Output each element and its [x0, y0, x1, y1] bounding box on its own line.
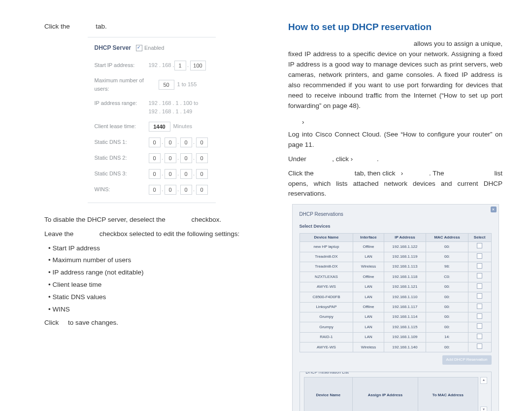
table-cell: C8500-F4D0FB — [299, 292, 353, 302]
table-cell: 192.168.1.109 — [384, 332, 426, 342]
table-cell: Offline — [353, 302, 384, 312]
dns2-oct1[interactable]: 0 — [149, 153, 161, 163]
table-cell: 00: — [426, 302, 468, 312]
dialog-title: DHCP Reservations — [299, 210, 492, 218]
table-cell: 192.168.1.115 — [384, 322, 426, 332]
table-cell: 00: — [426, 342, 468, 352]
col-select: Select — [468, 233, 491, 241]
dns1-oct3[interactable]: 0 — [180, 137, 192, 147]
page-body: Click the tab. DHCP Server ✓ Enabled Sta… — [0, 0, 532, 411]
select-checkbox[interactable] — [477, 263, 482, 269]
max-users-input[interactable]: 50 — [159, 80, 174, 90]
start-ip-oct4[interactable]: 100 — [190, 61, 206, 70]
wins-oct4[interactable]: 0 — [196, 185, 208, 195]
dns2-oct4[interactable]: 0 — [196, 153, 208, 163]
select-checkbox[interactable] — [477, 313, 482, 319]
table-cell: AWYE-WS — [299, 282, 353, 292]
table-row: C8500-F4D0FBLAN192.168.1.11000: — [299, 292, 491, 302]
select-checkbox[interactable] — [477, 334, 482, 339]
col2-device-name: Device Name — [304, 377, 353, 411]
dns2-oct2[interactable]: 0 — [165, 153, 176, 163]
table-cell — [468, 322, 491, 332]
dns1-oct4[interactable]: 0 — [196, 137, 208, 147]
select-checkbox[interactable] — [477, 293, 482, 299]
dns3-oct1[interactable]: 0 — [149, 169, 161, 179]
table-cell: RAID-1 — [299, 332, 353, 342]
enabled-checkbox-wrap: ✓ Enabled — [136, 44, 164, 52]
ip-range-line2: 192 . 168 . 1 . 149 — [149, 107, 199, 116]
lease-label: Client lease time: — [95, 122, 149, 131]
table-cell — [468, 262, 491, 272]
table-cell: 00: — [426, 282, 468, 292]
table-cell: Offline — [353, 272, 384, 282]
section-heading: How to set up DHCP reservation — [288, 20, 502, 34]
step-arrow-line: › — [302, 117, 502, 128]
save-text-b: to save changes. — [68, 319, 118, 326]
dhcp-server-title: DHCP Server — [95, 43, 131, 53]
close-icon[interactable]: × — [491, 206, 497, 212]
table-cell: 192.168.1.110 — [384, 292, 426, 302]
wins-oct1[interactable]: 0 — [149, 185, 161, 195]
dns3-oct3[interactable]: 0 — [180, 169, 192, 179]
col-ip: IP Address — [384, 233, 426, 241]
click-the-text: Click the — [44, 23, 70, 30]
start-ip-oct3[interactable]: 1 — [174, 61, 186, 70]
bullet-lease: Client lease time — [48, 280, 259, 290]
bullet-start-ip: Start IP address — [48, 243, 259, 254]
dns2-label: Static DNS 2: — [95, 154, 149, 162]
col2-assign-ip: Assign IP Address — [353, 377, 418, 411]
select-checkbox[interactable] — [477, 304, 482, 309]
dot-icon: . — [186, 61, 190, 69]
scroll-up-button[interactable]: ▴ — [480, 377, 487, 384]
table-row: new HP laptopOffline192.168.1.12200: — [299, 242, 491, 252]
select-checkbox[interactable] — [477, 323, 482, 329]
select-checkbox[interactable] — [477, 273, 482, 278]
wins-oct2[interactable]: 0 — [165, 185, 176, 195]
select-checkbox[interactable] — [477, 253, 482, 259]
table-cell: LAN — [353, 292, 384, 302]
select-checkbox[interactable] — [477, 343, 482, 349]
table-row: NZXTLEXASOffline192.168.1.118C0: — [299, 272, 491, 282]
save-line: Click to save changes. — [44, 318, 259, 328]
lease-input[interactable]: 1440 — [149, 122, 170, 132]
leave-text-a: Leave the — [44, 230, 73, 238]
dhcp-server-panel: DHCP Server ✓ Enabled Start IP address: … — [88, 37, 216, 203]
table-cell: LinksysPAP — [299, 302, 353, 312]
select-checkbox[interactable] — [477, 243, 482, 248]
save-text-a: Click — [44, 319, 59, 326]
table-cell — [468, 252, 491, 262]
dns3-row: Static DNS 3: 0. 0. 0. 0 — [88, 166, 216, 182]
dns1-oct2[interactable]: 0 — [165, 137, 176, 147]
enabled-label: Enabled — [144, 44, 164, 52]
add-dhcp-reservation-button[interactable]: Add DHCP Reservation — [442, 355, 492, 364]
max-users-suffix: 1 to 155 — [177, 80, 197, 89]
select-devices-heading: Select Devices — [299, 223, 492, 230]
wins-oct3[interactable]: 0 — [180, 185, 192, 195]
dns2-oct3[interactable]: 0 — [180, 153, 192, 163]
ip-range-row: IP address range: 192 . 168 . 1 . 100 to… — [88, 96, 216, 119]
select-checkbox[interactable] — [477, 283, 482, 289]
table-row: GrumpyLAN192.168.1.11500: — [299, 322, 491, 332]
enabled-checkbox[interactable]: ✓ — [136, 45, 142, 51]
select-devices-table: Device Name Interface IP Address MAC Add… — [299, 233, 492, 353]
table-cell: Wireless — [353, 262, 384, 272]
dns3-oct2[interactable]: 0 — [165, 169, 176, 179]
ip-range-label: IP address range: — [95, 99, 149, 107]
step3-text-e: list opens, which lists attached network… — [288, 170, 502, 198]
table-cell: 00: — [426, 312, 468, 322]
table-cell — [468, 242, 491, 252]
table-cell: 192.168.1.140 — [384, 342, 426, 352]
table-row: LinksysPAPOffline192.168.1.11700: — [299, 302, 491, 312]
wins-label: WINS: — [95, 185, 149, 194]
table-cell: Grumpy — [299, 312, 353, 322]
right-column: How to set up DHCP reservation allows yo… — [288, 20, 517, 411]
col-mac: MAC Address — [426, 233, 468, 241]
table-cell: 00: — [426, 322, 468, 332]
table-cell: new HP laptop — [299, 242, 353, 252]
disable-text-a: To disable the DHCP server, deselect the — [44, 216, 166, 223]
step3-text-b: tab, then click — [355, 170, 396, 177]
dns1-oct1[interactable]: 0 — [149, 137, 161, 147]
scroll-down-button[interactable]: ▾ — [480, 407, 487, 411]
dhcp-panel-header: DHCP Server ✓ Enabled — [88, 42, 216, 58]
dns3-oct4[interactable]: 0 — [196, 169, 208, 179]
